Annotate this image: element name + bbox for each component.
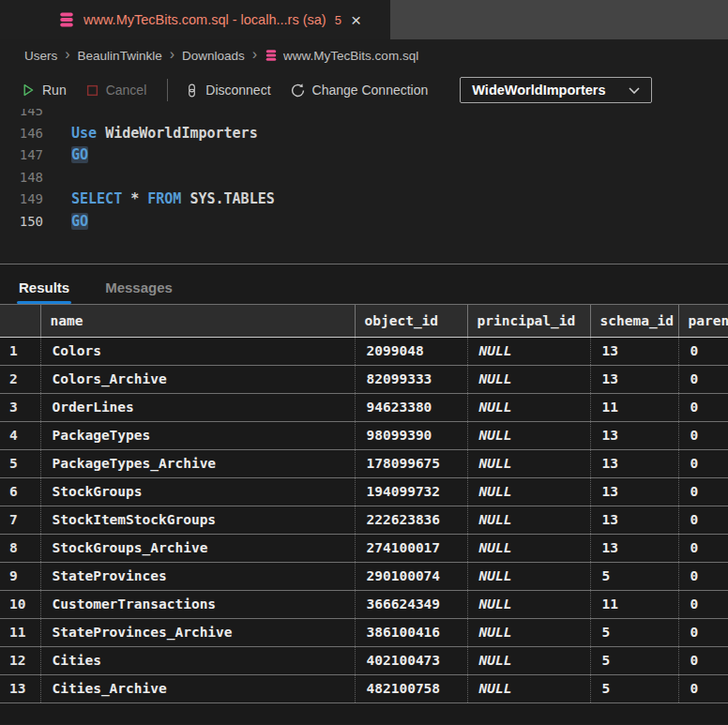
table-cell[interactable]: Cities [40, 646, 355, 674]
table-cell[interactable]: 0 [678, 365, 728, 393]
row-number-cell[interactable]: 13 [0, 674, 40, 702]
table-cell[interactable]: StockItemStockGroups [40, 506, 355, 534]
table-cell[interactable]: NULL [467, 393, 590, 421]
table-row[interactable]: 4PackageTypes98099390NULL130 [0, 421, 728, 449]
table-cell[interactable]: 0 [678, 674, 728, 702]
editor-tab[interactable]: www.MyTecBits.com.sql - localh...rs (sa)… [0, 0, 390, 39]
table-cell[interactable]: PackageTypes [40, 421, 355, 449]
table-cell[interactable]: 13 [590, 337, 678, 365]
table-cell[interactable]: 13 [590, 421, 678, 449]
table-cell[interactable]: NULL [467, 449, 590, 477]
table-cell[interactable]: 0 [678, 506, 728, 534]
table-cell[interactable]: 0 [678, 393, 728, 421]
close-icon[interactable]: × [351, 11, 361, 29]
row-number-cell[interactable]: 3 [0, 393, 40, 421]
table-cell[interactable]: 178099675 [355, 449, 467, 477]
row-number-cell[interactable]: 1 [0, 337, 40, 365]
row-number-cell[interactable]: 5 [0, 449, 40, 477]
table-cell[interactable]: 0 [678, 534, 728, 562]
table-cell[interactable]: 13 [590, 506, 678, 534]
table-row[interactable]: 13Cities_Archive482100758NULL50 [0, 674, 728, 702]
table-cell[interactable]: 13 [590, 365, 678, 393]
run-button[interactable]: Run [21, 83, 67, 98]
table-cell[interactable]: NULL [467, 618, 590, 646]
table-row[interactable]: 8StockGroups_Archive274100017NULL130 [0, 534, 728, 562]
column-header-schema_id[interactable]: schema_id [590, 305, 678, 337]
table-row[interactable]: 1Colors2099048NULL130 [0, 337, 728, 365]
table-cell[interactable]: NULL [467, 674, 590, 702]
table-cell[interactable]: NULL [467, 337, 590, 365]
table-cell[interactable]: NULL [467, 477, 590, 506]
row-number-cell[interactable]: 7 [0, 506, 40, 534]
table-cell[interactable]: 482100758 [355, 674, 467, 702]
table-cell[interactable]: StateProvinces [40, 562, 355, 590]
table-cell[interactable]: 5 [590, 674, 678, 702]
table-cell[interactable]: NULL [467, 534, 590, 562]
row-number-cell[interactable]: 4 [0, 421, 40, 449]
row-number-cell[interactable]: 11 [0, 618, 40, 646]
breadcrumb-item-beaulintwinkle[interactable]: BeaulinTwinkle [78, 49, 162, 63]
table-cell[interactable]: StateProvinces_Archive [40, 618, 355, 646]
table-cell[interactable]: 0 [678, 449, 728, 477]
row-number-cell[interactable]: 8 [0, 534, 40, 562]
table-cell[interactable]: 13 [590, 449, 678, 477]
table-row[interactable]: 12Cities402100473NULL50 [0, 646, 728, 674]
table-cell[interactable]: 13 [590, 534, 678, 562]
table-cell[interactable]: 5 [590, 618, 678, 646]
table-cell[interactable]: 5 [590, 562, 678, 590]
row-number-cell[interactable]: 2 [0, 365, 40, 393]
row-number-cell[interactable]: 9 [0, 562, 40, 590]
row-number-cell[interactable]: 10 [0, 590, 40, 618]
table-cell[interactable]: 0 [678, 421, 728, 449]
table-cell[interactable]: 0 [678, 562, 728, 590]
table-cell[interactable]: Colors_Archive [40, 365, 355, 393]
table-cell[interactable]: 0 [678, 646, 728, 674]
table-cell[interactable]: 13 [590, 477, 678, 506]
table-cell[interactable]: 0 [678, 618, 728, 646]
table-row[interactable]: 9StateProvinces290100074NULL50 [0, 562, 728, 590]
row-number-header[interactable] [0, 305, 40, 337]
sql-code-editor[interactable]: 145146Use WideWorldImporters147GO148149S… [0, 109, 728, 264]
table-row[interactable]: 10CustomerTransactions366624349NULL110 [0, 590, 728, 618]
table-cell[interactable]: 82099333 [355, 365, 467, 393]
table-cell[interactable]: 402100473 [355, 646, 467, 674]
table-cell[interactable]: 290100074 [355, 562, 467, 590]
table-cell[interactable]: 274100017 [355, 534, 467, 562]
table-cell[interactable]: 366624349 [355, 590, 467, 618]
table-cell[interactable]: NULL [467, 421, 590, 449]
disconnect-button[interactable]: Disconnect [185, 83, 270, 98]
table-cell[interactable]: 98099390 [355, 421, 467, 449]
table-cell[interactable]: 222623836 [355, 506, 467, 534]
table-cell[interactable]: 94623380 [355, 393, 467, 421]
table-cell[interactable]: 386100416 [355, 618, 467, 646]
table-cell[interactable]: NULL [467, 562, 590, 590]
table-cell[interactable]: StockGroups [40, 477, 355, 506]
table-cell[interactable]: PackageTypes_Archive [40, 449, 355, 477]
table-cell[interactable]: 2099048 [355, 337, 467, 365]
table-cell[interactable]: NULL [467, 646, 590, 674]
column-header-object_id[interactable]: object_id [355, 305, 467, 337]
table-cell[interactable]: Cities_Archive [40, 674, 355, 702]
table-cell[interactable]: NULL [467, 506, 590, 534]
breadcrumb-item-filename[interactable]: www.MyTecBits.com.sql [283, 49, 418, 63]
table-cell[interactable]: 194099732 [355, 477, 467, 506]
table-row[interactable]: 2Colors_Archive82099333NULL130 [0, 365, 728, 393]
column-header-name[interactable]: name [40, 305, 355, 337]
tab-results[interactable]: Results [19, 279, 69, 295]
table-cell[interactable]: 11 [590, 590, 678, 618]
column-header-principal_id[interactable]: principal_id [467, 305, 590, 337]
table-row[interactable]: 5PackageTypes_Archive178099675NULL130 [0, 449, 728, 477]
cancel-button[interactable]: Cancel [85, 83, 147, 98]
row-number-cell[interactable]: 12 [0, 646, 40, 674]
table-cell[interactable]: CustomerTransactions [40, 590, 355, 618]
change-connection-button[interactable]: Change Connection [290, 83, 429, 98]
table-cell[interactable]: 0 [678, 477, 728, 506]
column-header-parent_object_id[interactable]: parent_object_id [678, 305, 728, 337]
table-row[interactable]: 6StockGroups194099732NULL130 [0, 477, 728, 506]
table-row[interactable]: 7StockItemStockGroups222623836NULL130 [0, 506, 728, 534]
breadcrumb-item-downloads[interactable]: Downloads [182, 49, 245, 63]
table-cell[interactable]: 11 [590, 393, 678, 421]
table-cell[interactable]: Colors [40, 337, 355, 365]
table-cell[interactable]: 0 [678, 590, 728, 618]
row-number-cell[interactable]: 6 [0, 477, 40, 506]
